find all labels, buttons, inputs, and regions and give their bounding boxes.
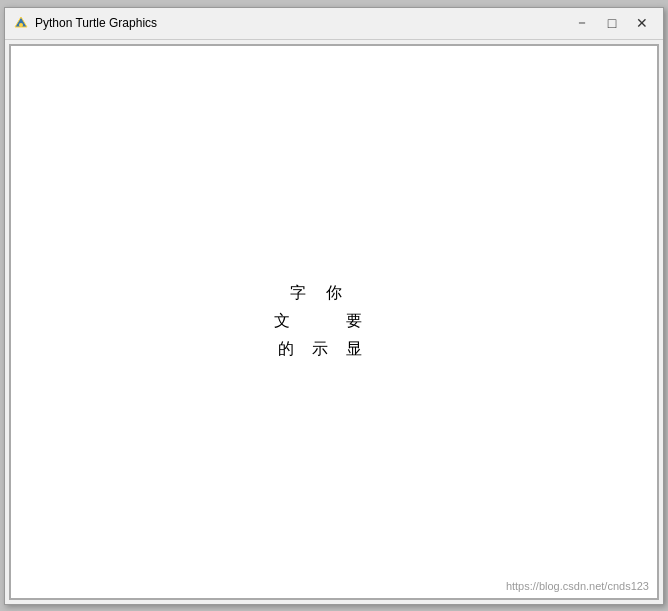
char-de: 的 — [278, 339, 294, 360]
minimize-button[interactable]: － — [569, 13, 595, 33]
char-wen: 文 — [274, 311, 290, 332]
char-xian: 显 — [346, 339, 362, 360]
titlebar-controls: － □ ✕ — [569, 13, 655, 33]
char-shi: 示 — [312, 339, 328, 360]
window-title: Python Turtle Graphics — [35, 16, 157, 30]
char-ni: 你 — [326, 283, 342, 304]
titlebar-left: Python Turtle Graphics — [13, 15, 157, 31]
svg-point-1 — [19, 23, 23, 27]
close-button[interactable]: ✕ — [629, 13, 655, 33]
turtle-output: 你 字 文 要 的 显 示 — [274, 283, 394, 383]
titlebar: Python Turtle Graphics － □ ✕ — [5, 8, 663, 40]
app-icon — [13, 15, 29, 31]
maximize-button[interactable]: □ — [599, 13, 625, 33]
app-window: Python Turtle Graphics － □ ✕ 你 字 文 要 的 显… — [4, 7, 664, 605]
turtle-canvas: 你 字 文 要 的 显 示 https://blog.csdn.net/cnds… — [9, 44, 659, 600]
watermark: https://blog.csdn.net/cnds123 — [506, 580, 649, 592]
char-zi: 字 — [290, 283, 306, 304]
char-yao: 要 — [346, 311, 362, 332]
